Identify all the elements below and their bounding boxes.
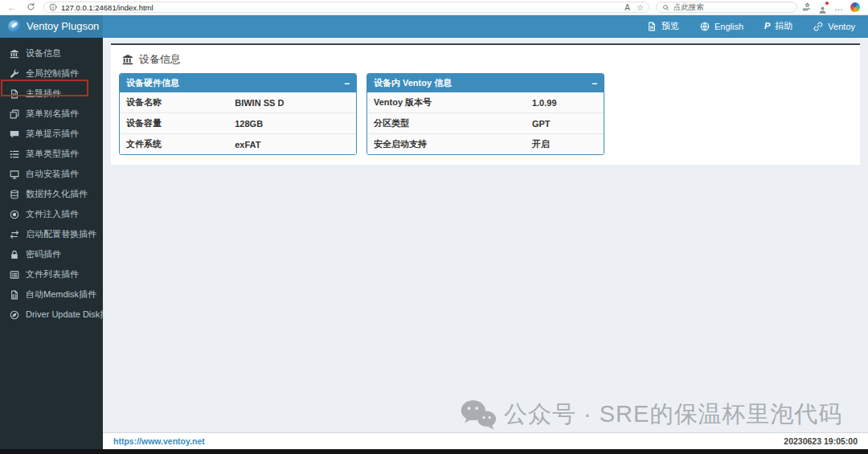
- hardware-info-panel: 设备硬件信息 − 设备名称 BIWIN SS D 设备容量 128GB: [119, 73, 357, 155]
- link-icon: [813, 22, 823, 31]
- memdisk-file-icon: [10, 290, 19, 300]
- file-text-icon: [10, 89, 19, 99]
- browser-reload-icon[interactable]: [22, 2, 40, 13]
- sidebar: 设备信息 全局控制插件 主题插件 菜单别名插件 菜单提示插件 菜单类型插件: [0, 38, 103, 449]
- row-label: 分区类型: [367, 113, 526, 134]
- desktop-icon: [10, 170, 19, 179]
- row-value: 128GB: [228, 113, 356, 134]
- main-content: 设备信息 设备硬件信息 − 设备名称 BIWIN SS D: [103, 38, 868, 432]
- window-list-icon: [10, 270, 19, 280]
- lock-icon: [10, 250, 19, 260]
- footer-datetime: 20230623 19:05:00: [784, 436, 858, 446]
- row-label: Ventoy 版本号: [367, 92, 526, 113]
- footer: https://www.ventoy.net 20230623 19:05:00: [103, 432, 868, 449]
- read-aloud-icon[interactable]: A: [624, 3, 630, 12]
- search-icon: [662, 4, 669, 11]
- nav-donate[interactable]: P 捐助: [764, 20, 792, 32]
- sidebar-item-password[interactable]: 密码插件: [0, 244, 103, 264]
- sidebar-item-persistence[interactable]: 数据持久化插件: [0, 184, 103, 204]
- favorite-star-icon[interactable]: ☆: [637, 3, 644, 12]
- sidebar-item-auto-memdisk[interactable]: 自动Memdisk插件: [0, 284, 103, 305]
- nav-language[interactable]: English: [700, 22, 743, 31]
- ventoy-plugson-page: ← 127.0.0.1:24681/index.html A ☆ 点此搜索 …: [0, 0, 868, 454]
- browser-back-icon[interactable]: ←: [0, 2, 22, 12]
- row-value: 1.0.99: [526, 92, 604, 113]
- table-row: 安全启动支持 开启: [367, 134, 604, 155]
- nav-ventoy-site[interactable]: Ventoy: [813, 22, 855, 31]
- row-label: 文件系统: [120, 134, 228, 155]
- comment-icon: [10, 129, 19, 139]
- site-info-icon[interactable]: [49, 3, 57, 11]
- language-icon: [700, 22, 710, 31]
- sidebar-item-boot-conf-replace[interactable]: 启动配置替换插件: [0, 224, 103, 244]
- collections-icon[interactable]: [802, 0, 811, 14]
- sidebar-item-device-info[interactable]: 设备信息: [0, 43, 103, 63]
- row-label: 设备容量: [120, 113, 228, 134]
- search-placeholder: 点此搜索: [674, 2, 704, 13]
- wrench-icon: [10, 69, 19, 79]
- row-value: BIWIN SS D: [228, 92, 356, 113]
- bullseye-icon: [10, 210, 19, 219]
- bank-icon: [10, 49, 19, 59]
- table-row: 设备名称 BIWIN SS D: [120, 92, 356, 113]
- watermark-text: 公众号 · SRE的保温杯里泡代码: [504, 399, 842, 431]
- copilot-icon[interactable]: [850, 2, 860, 12]
- database-icon: [10, 190, 19, 199]
- profile-avatar-icon[interactable]: [818, 3, 827, 12]
- panel-title: 设备内 Ventoy 信息: [374, 77, 452, 89]
- table-row: 文件系统 exFAT: [120, 134, 356, 155]
- sidebar-item-menu-class[interactable]: 菜单类型插件: [0, 144, 103, 164]
- ventoy-logo-icon: [8, 20, 21, 33]
- row-value: GPT: [526, 113, 604, 134]
- exchange-icon: [10, 230, 19, 239]
- compass-icon: [10, 310, 19, 320]
- sidebar-item-global-control[interactable]: 全局控制插件: [0, 63, 103, 84]
- app-header: Ventoy Plugson 预览 English P 捐助 Ventoy: [0, 15, 868, 38]
- nav-preview[interactable]: 预览: [647, 20, 679, 32]
- file-edit-icon: [647, 22, 657, 31]
- sidebar-item-auto-install[interactable]: 自动安装插件: [0, 164, 103, 184]
- search-box[interactable]: 点此搜索: [656, 2, 797, 13]
- clone-icon: [10, 109, 19, 119]
- address-bar[interactable]: 127.0.0.1:24681/index.html A ☆: [43, 2, 649, 13]
- page-title: 设备信息: [111, 45, 860, 73]
- ventoy-info-panel: 设备内 Ventoy 信息 − Ventoy 版本号 1.0.99 分区类型 G…: [366, 73, 604, 155]
- sidebar-item-file-list[interactable]: 文件列表插件: [0, 264, 103, 284]
- brand-logo[interactable]: Ventoy Plugson: [0, 15, 103, 38]
- row-value: 开启: [526, 134, 604, 155]
- sidebar-item-driver-update-disk[interactable]: Driver Update Disk插件: [0, 305, 103, 325]
- sidebar-item-file-inject[interactable]: 文件注入插件: [0, 204, 103, 224]
- watermark: 公众号 · SRE的保温杯里泡代码: [460, 399, 842, 431]
- sidebar-item-menu-alias[interactable]: 菜单别名插件: [0, 104, 103, 124]
- ventoy-site-link[interactable]: https://www.ventoy.net: [113, 436, 205, 446]
- row-label: 安全启动支持: [367, 134, 526, 155]
- bottom-edge-strip: [0, 449, 868, 454]
- wechat-icon: [460, 399, 497, 431]
- sidebar-item-theme-plugin[interactable]: 主题插件: [0, 84, 103, 104]
- collapse-button[interactable]: −: [344, 79, 350, 88]
- table-row: Ventoy 版本号 1.0.99: [367, 92, 604, 113]
- table-row: 分区类型 GPT: [367, 113, 604, 134]
- browser-toolbar: ← 127.0.0.1:24681/index.html A ☆ 点此搜索 …: [0, 0, 868, 15]
- collapse-button[interactable]: −: [592, 79, 597, 88]
- browser-menu-icon[interactable]: …: [834, 3, 843, 12]
- list-icon: [10, 149, 19, 159]
- device-info-card: 设备信息 设备硬件信息 − 设备名称 BIWIN SS D: [111, 43, 860, 165]
- brand-title: Ventoy Plugson: [27, 20, 99, 32]
- table-row: 设备容量 128GB: [120, 113, 356, 134]
- panel-title: 设备硬件信息: [126, 77, 179, 89]
- paypal-icon: P: [764, 22, 770, 31]
- url-text[interactable]: 127.0.0.1:24681/index.html: [61, 3, 624, 12]
- row-value: exFAT: [228, 134, 356, 155]
- sidebar-item-menu-tip[interactable]: 菜单提示插件: [0, 124, 103, 144]
- row-label: 设备名称: [120, 92, 228, 113]
- bank-icon: [122, 54, 133, 65]
